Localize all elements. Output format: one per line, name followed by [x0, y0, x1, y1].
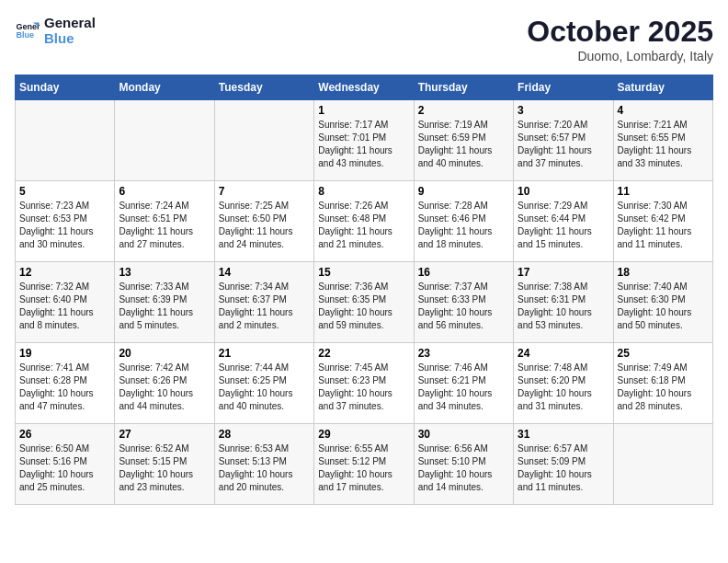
- day-info: Sunrise: 6:52 AM Sunset: 5:15 PM Dayligh…: [119, 442, 210, 494]
- calendar-cell: 1Sunrise: 7:17 AM Sunset: 7:01 PM Daylig…: [314, 100, 414, 181]
- day-info: Sunrise: 7:24 AM Sunset: 6:51 PM Dayligh…: [119, 200, 210, 251]
- calendar-cell: 10Sunrise: 7:29 AM Sunset: 6:44 PM Dayli…: [514, 181, 613, 262]
- day-info: Sunrise: 7:42 AM Sunset: 6:26 PM Dayligh…: [119, 362, 210, 413]
- day-info: Sunrise: 6:53 AM Sunset: 5:13 PM Dayligh…: [219, 442, 310, 494]
- day-number: 30: [418, 428, 509, 441]
- day-number: 7: [219, 185, 310, 198]
- calendar-week-row: 12Sunrise: 7:32 AM Sunset: 6:40 PM Dayli…: [16, 262, 713, 343]
- day-number: 3: [518, 104, 609, 117]
- calendar-subtitle: Duomo, Lombardy, Italy: [527, 49, 713, 63]
- calendar-cell: 23Sunrise: 7:46 AM Sunset: 6:21 PM Dayli…: [414, 343, 513, 424]
- calendar-cell: 18Sunrise: 7:40 AM Sunset: 6:30 PM Dayli…: [613, 262, 712, 343]
- calendar-cell: 8Sunrise: 7:26 AM Sunset: 6:48 PM Daylig…: [314, 181, 414, 262]
- svg-text:Blue: Blue: [16, 30, 34, 40]
- calendar-cell: 16Sunrise: 7:37 AM Sunset: 6:33 PM Dayli…: [414, 262, 513, 343]
- calendar-cell: [613, 424, 712, 505]
- day-info: Sunrise: 7:25 AM Sunset: 6:50 PM Dayligh…: [219, 200, 310, 251]
- day-info: Sunrise: 7:26 AM Sunset: 6:48 PM Dayligh…: [318, 200, 409, 251]
- day-number: 22: [318, 347, 409, 360]
- day-number: 21: [219, 347, 310, 360]
- calendar-cell: [115, 100, 214, 181]
- day-info: Sunrise: 6:50 AM Sunset: 5:16 PM Dayligh…: [19, 442, 110, 494]
- day-number: 2: [418, 104, 509, 117]
- day-info: Sunrise: 7:37 AM Sunset: 6:33 PM Dayligh…: [418, 281, 509, 332]
- day-info: Sunrise: 7:23 AM Sunset: 6:53 PM Dayligh…: [19, 200, 110, 251]
- title-block: October 2025 Duomo, Lombardy, Italy: [527, 15, 713, 63]
- calendar-cell: 2Sunrise: 7:19 AM Sunset: 6:59 PM Daylig…: [414, 100, 513, 181]
- day-number: 6: [119, 185, 210, 198]
- calendar-week-row: 26Sunrise: 6:50 AM Sunset: 5:16 PM Dayli…: [16, 424, 713, 505]
- calendar-week-row: 5Sunrise: 7:23 AM Sunset: 6:53 PM Daylig…: [16, 181, 713, 262]
- day-info: Sunrise: 7:41 AM Sunset: 6:28 PM Dayligh…: [19, 362, 110, 413]
- day-info: Sunrise: 7:44 AM Sunset: 6:25 PM Dayligh…: [219, 362, 310, 413]
- calendar-cell: 14Sunrise: 7:34 AM Sunset: 6:37 PM Dayli…: [214, 262, 313, 343]
- day-number: 5: [19, 185, 110, 198]
- weekday-header: Wednesday: [314, 75, 414, 100]
- weekday-header: Thursday: [414, 75, 513, 100]
- day-number: 26: [19, 428, 110, 441]
- calendar-cell: 20Sunrise: 7:42 AM Sunset: 6:26 PM Dayli…: [115, 343, 214, 424]
- day-number: 16: [418, 266, 509, 279]
- day-number: 28: [219, 428, 310, 441]
- calendar-cell: 4Sunrise: 7:21 AM Sunset: 6:55 PM Daylig…: [613, 100, 712, 181]
- calendar-cell: 24Sunrise: 7:48 AM Sunset: 6:20 PM Dayli…: [514, 343, 613, 424]
- calendar-cell: [16, 100, 115, 181]
- day-number: 31: [518, 428, 609, 441]
- day-info: Sunrise: 7:46 AM Sunset: 6:21 PM Dayligh…: [418, 362, 509, 413]
- day-number: 15: [318, 266, 409, 279]
- calendar-cell: 28Sunrise: 6:53 AM Sunset: 5:13 PM Dayli…: [214, 424, 313, 505]
- day-number: 8: [318, 185, 409, 198]
- weekday-header: Tuesday: [214, 75, 313, 100]
- logo-line1: General: [44, 15, 96, 30]
- day-number: 10: [518, 185, 609, 198]
- calendar-title: October 2025: [527, 15, 713, 49]
- day-number: 24: [518, 347, 609, 360]
- day-number: 17: [518, 266, 609, 279]
- day-info: Sunrise: 7:36 AM Sunset: 6:35 PM Dayligh…: [318, 281, 409, 332]
- calendar-cell: 26Sunrise: 6:50 AM Sunset: 5:16 PM Dayli…: [16, 424, 115, 505]
- calendar-cell: 31Sunrise: 6:57 AM Sunset: 5:09 PM Dayli…: [514, 424, 613, 505]
- calendar-cell: 30Sunrise: 6:56 AM Sunset: 5:10 PM Dayli…: [414, 424, 513, 505]
- day-info: Sunrise: 7:49 AM Sunset: 6:18 PM Dayligh…: [618, 362, 709, 413]
- day-info: Sunrise: 6:55 AM Sunset: 5:12 PM Dayligh…: [318, 442, 409, 494]
- logo: General Blue General Blue: [15, 15, 96, 46]
- day-number: 14: [219, 266, 310, 279]
- calendar-cell: 17Sunrise: 7:38 AM Sunset: 6:31 PM Dayli…: [514, 262, 613, 343]
- day-number: 13: [119, 266, 210, 279]
- calendar-cell: 5Sunrise: 7:23 AM Sunset: 6:53 PM Daylig…: [16, 181, 115, 262]
- weekday-header: Monday: [115, 75, 214, 100]
- page-header: General Blue General Blue October 2025 D…: [15, 15, 713, 63]
- day-number: 23: [418, 347, 509, 360]
- calendar-table: SundayMondayTuesdayWednesdayThursdayFrid…: [15, 75, 713, 505]
- day-info: Sunrise: 7:40 AM Sunset: 6:30 PM Dayligh…: [618, 281, 709, 332]
- day-info: Sunrise: 7:32 AM Sunset: 6:40 PM Dayligh…: [19, 281, 110, 332]
- day-info: Sunrise: 7:34 AM Sunset: 6:37 PM Dayligh…: [219, 281, 310, 332]
- day-number: 12: [19, 266, 110, 279]
- day-number: 27: [119, 428, 210, 441]
- calendar-cell: [214, 100, 313, 181]
- day-info: Sunrise: 7:17 AM Sunset: 7:01 PM Dayligh…: [318, 119, 409, 170]
- day-number: 9: [418, 185, 509, 198]
- calendar-cell: 13Sunrise: 7:33 AM Sunset: 6:39 PM Dayli…: [115, 262, 214, 343]
- day-number: 11: [618, 185, 709, 198]
- day-info: Sunrise: 7:21 AM Sunset: 6:55 PM Dayligh…: [618, 119, 709, 170]
- day-number: 19: [19, 347, 110, 360]
- calendar-cell: 27Sunrise: 6:52 AM Sunset: 5:15 PM Dayli…: [115, 424, 214, 505]
- day-info: Sunrise: 7:33 AM Sunset: 6:39 PM Dayligh…: [119, 281, 210, 332]
- day-info: Sunrise: 6:57 AM Sunset: 5:09 PM Dayligh…: [518, 442, 609, 494]
- weekday-header: Friday: [514, 75, 613, 100]
- day-number: 18: [618, 266, 709, 279]
- calendar-cell: 29Sunrise: 6:55 AM Sunset: 5:12 PM Dayli…: [314, 424, 414, 505]
- weekday-header-row: SundayMondayTuesdayWednesdayThursdayFrid…: [16, 75, 713, 100]
- calendar-cell: 9Sunrise: 7:28 AM Sunset: 6:46 PM Daylig…: [414, 181, 513, 262]
- calendar-week-row: 19Sunrise: 7:41 AM Sunset: 6:28 PM Dayli…: [16, 343, 713, 424]
- day-number: 25: [618, 347, 709, 360]
- day-info: Sunrise: 7:48 AM Sunset: 6:20 PM Dayligh…: [518, 362, 609, 413]
- calendar-cell: 11Sunrise: 7:30 AM Sunset: 6:42 PM Dayli…: [613, 181, 712, 262]
- calendar-cell: 15Sunrise: 7:36 AM Sunset: 6:35 PM Dayli…: [314, 262, 414, 343]
- calendar-cell: 21Sunrise: 7:44 AM Sunset: 6:25 PM Dayli…: [214, 343, 313, 424]
- day-info: Sunrise: 7:30 AM Sunset: 6:42 PM Dayligh…: [618, 200, 709, 251]
- day-number: 4: [618, 104, 709, 117]
- weekday-header: Sunday: [16, 75, 115, 100]
- day-info: Sunrise: 7:20 AM Sunset: 6:57 PM Dayligh…: [518, 119, 609, 170]
